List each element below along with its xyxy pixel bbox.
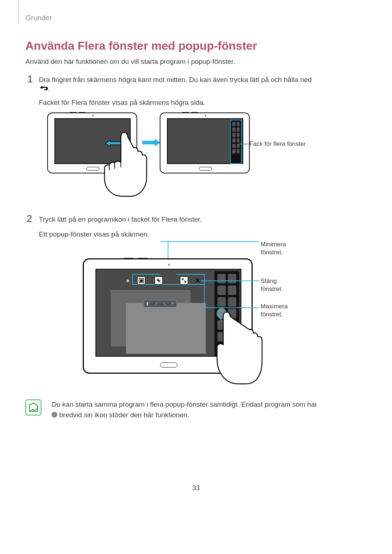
callout-line (201, 280, 259, 281)
tablet-illustration-right (160, 112, 250, 173)
step1-text-line2: Facket för Flera fönster visas på skärme… (39, 99, 205, 107)
back-key-icon: . (39, 85, 50, 93)
page-number: 33 (0, 484, 392, 492)
page-edge-rule (18, 0, 19, 24)
close-icon (195, 277, 201, 284)
minimize-icon (155, 276, 163, 284)
home-button-icon (160, 362, 177, 368)
svg-rect-3 (140, 279, 143, 282)
callout-maximize-label: Maximera fönstret. (261, 303, 288, 319)
step2-text-line1: Tryck lätt på en programikon i facket fö… (39, 216, 202, 223)
camera-icon (92, 115, 94, 116)
hand-pointing-icon (101, 132, 148, 197)
callout-line (240, 144, 248, 144)
callout-close-label: Stäng fönstret. (261, 277, 283, 293)
svg-marker-1 (142, 139, 160, 147)
step2-text-line2: Ett popup-fönster visas på skärmen. (39, 230, 149, 238)
multi-instance-badge-icon (52, 412, 57, 418)
section-title: Använda Flera fönster med popup-fönster (25, 39, 257, 53)
home-button-icon (86, 167, 99, 171)
step-number-2: 2 (26, 213, 32, 225)
callout-line (204, 307, 259, 308)
popup-handle-icon (126, 279, 129, 282)
callout-line (204, 281, 205, 308)
camera-icon (168, 264, 170, 266)
tip-text-a: Du kan starta samma program i flera popu… (52, 401, 317, 408)
callout-tray-label: Fack för flera fönster (249, 140, 306, 148)
callout-line (168, 242, 168, 258)
popup-window-front (126, 303, 206, 354)
tablet-screen (167, 118, 243, 164)
callout-minimize-label: Minimera fönstret. (261, 241, 286, 257)
popup-mini-toolbar: ◧⤢⤡✕ (143, 300, 177, 307)
tip-note: Du kan starta samma program i flera popu… (25, 399, 317, 420)
tip-text-b: bredvid sin ikon stöder den här funktion… (59, 411, 189, 419)
step1-text-line1: Dra fingret från skärmens högra kant mot… (39, 76, 312, 84)
callout-line (160, 241, 259, 242)
maximize-icon (180, 276, 188, 284)
transition-arrow-icon (142, 138, 160, 147)
multiwindow-tray (230, 120, 242, 164)
figure-2: ◧⤢⤡✕ Minimera fönstret. Stäng fönstret. (83, 258, 254, 379)
home-button-icon (199, 167, 212, 171)
tip-text: Du kan starta samma program i flera popu… (52, 399, 317, 420)
popup-drag-icon (137, 276, 145, 284)
step1-text: Dra fingret från skärmens högra kant mot… (39, 76, 312, 83)
hand-pointing-icon (216, 312, 263, 385)
page-header: Grunder (25, 14, 52, 22)
note-icon (25, 399, 41, 415)
intro-text: Använd den här funktionen om du vill sta… (25, 58, 235, 66)
figure-1: Fack för flera fönster (47, 112, 323, 196)
step1-suffix: . (48, 86, 50, 92)
step-number-1: 1 (27, 73, 33, 85)
camera-icon (205, 115, 206, 116)
